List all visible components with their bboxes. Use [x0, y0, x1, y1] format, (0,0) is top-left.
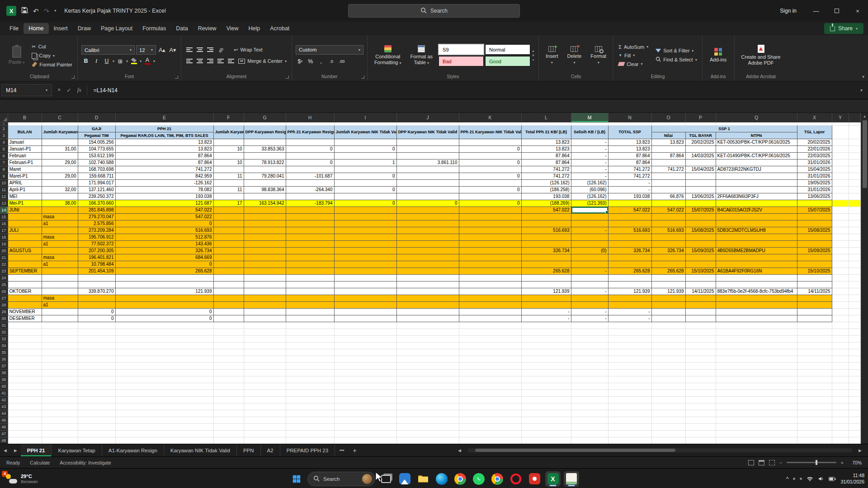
- cell-O28[interactable]: [651, 301, 685, 308]
- cell-M13[interactable]: (121.393): [571, 200, 608, 206]
- cell-J18[interactable]: [396, 234, 459, 240]
- cell-N10[interactable]: -: [608, 179, 651, 186]
- cell[interactable]: [797, 349, 832, 356]
- cell-B20[interactable]: AGUSTUS: [8, 247, 42, 254]
- row-header-15[interactable]: 15: [0, 213, 8, 220]
- cell[interactable]: [797, 403, 832, 410]
- cell-L28[interactable]: [521, 301, 571, 308]
- alignment-dialog-launcher-icon[interactable]: [286, 75, 289, 79]
- cell[interactable]: [78, 349, 115, 356]
- cell-E5[interactable]: 13.823: [115, 145, 213, 152]
- cell[interactable]: [78, 335, 115, 342]
- cell[interactable]: [849, 369, 861, 376]
- cell[interactable]: [286, 417, 334, 423]
- cell-C16[interactable]: a1: [42, 220, 78, 227]
- row-header-46[interactable]: 46: [0, 423, 8, 430]
- cell-I20[interactable]: [334, 247, 396, 254]
- cell-X11[interactable]: 31/01/2026: [797, 186, 832, 193]
- cell[interactable]: [286, 349, 334, 356]
- cell-D4[interactable]: 154.005.256: [78, 139, 115, 145]
- cell-B21[interactable]: [8, 254, 42, 261]
- cell-H9[interactable]: -101.687: [286, 173, 334, 179]
- cell[interactable]: [115, 335, 213, 342]
- cell-I5[interactable]: 0: [334, 145, 396, 152]
- cell-Q19[interactable]: [716, 240, 797, 247]
- cell-C18[interactable]: masa: [42, 234, 78, 240]
- cell-Q26[interactable]: 883e7f5b-0e2f-4568-8cfc-753bd94fb4: [716, 288, 797, 295]
- cell[interactable]: [849, 376, 861, 383]
- cell-X29[interactable]: [797, 308, 832, 315]
- cell-Q22[interactable]: [716, 261, 797, 267]
- cell[interactable]: [571, 403, 608, 410]
- cell-N26[interactable]: 121.939: [608, 288, 651, 295]
- cell-X12[interactable]: 13/06/2025: [797, 193, 832, 200]
- italic-button[interactable]: I: [92, 56, 101, 66]
- cell[interactable]: [115, 328, 213, 335]
- cell-K27[interactable]: [459, 295, 521, 301]
- cell[interactable]: [396, 437, 459, 444]
- cell[interactable]: [832, 349, 849, 356]
- cell-J30[interactable]: [396, 315, 459, 322]
- cell-N29[interactable]: -: [608, 308, 651, 315]
- cell-H11[interactable]: -264.340: [286, 186, 334, 193]
- cell[interactable]: [459, 389, 521, 396]
- cell[interactable]: [244, 403, 286, 410]
- cell-P9[interactable]: [685, 173, 716, 179]
- find-select-button[interactable]: Find & Select ▾: [654, 56, 698, 64]
- menu-tab-page-layout[interactable]: Page Layout: [96, 23, 137, 34]
- cell[interactable]: [797, 437, 832, 444]
- cell[interactable]: [213, 322, 244, 328]
- cell[interactable]: [396, 349, 459, 356]
- cell[interactable]: [832, 417, 849, 423]
- cell-G15[interactable]: [244, 213, 286, 220]
- cell[interactable]: [78, 322, 115, 328]
- cell[interactable]: [459, 437, 521, 444]
- cell-X9[interactable]: 31/01/2026: [797, 173, 832, 179]
- cell-D20[interactable]: 207.200.305: [78, 247, 115, 254]
- column-header-K[interactable]: K: [459, 113, 521, 122]
- cell[interactable]: [213, 437, 244, 444]
- cell[interactable]: [213, 417, 244, 423]
- cell-J9[interactable]: [396, 173, 459, 179]
- cell[interactable]: [286, 383, 334, 389]
- column-header-D[interactable]: D: [78, 113, 115, 122]
- cell[interactable]: [78, 342, 115, 349]
- cell-G26[interactable]: [244, 288, 286, 295]
- column-header-J[interactable]: J: [396, 113, 459, 122]
- table-header-cell[interactable]: DPP Karyawan NIK Tidak Valid: [396, 125, 459, 139]
- cell[interactable]: [42, 410, 78, 417]
- cell-E14[interactable]: 547.022: [115, 206, 213, 213]
- table-header-cell[interactable]: Jumlah Karyawan NIK Tidak Valid: [334, 125, 396, 139]
- cell[interactable]: [849, 389, 861, 396]
- excel-taskbar-button[interactable]: X: [545, 471, 561, 487]
- cell[interactable]: [459, 328, 521, 335]
- cell[interactable]: [459, 403, 521, 410]
- cell[interactable]: [213, 389, 244, 396]
- cell[interactable]: [797, 389, 832, 396]
- cell[interactable]: [651, 335, 685, 342]
- cell-style-normal[interactable]: Normal: [485, 44, 530, 55]
- cell[interactable]: [849, 145, 861, 152]
- page-break-view-button[interactable]: [769, 460, 775, 465]
- cell[interactable]: [797, 369, 832, 376]
- cell-O6[interactable]: 87.864: [651, 152, 685, 159]
- cell-P30[interactable]: [685, 315, 716, 322]
- percent-style-button[interactable]: %: [306, 57, 315, 66]
- cell[interactable]: [115, 423, 213, 430]
- cell-K28[interactable]: [459, 301, 521, 308]
- cell-F20[interactable]: [213, 247, 244, 254]
- cell[interactable]: [42, 122, 78, 125]
- cell-H13[interactable]: -183.794: [286, 200, 334, 206]
- cell-L24[interactable]: [521, 274, 571, 281]
- table-header-cell[interactable]: GAJI: [78, 125, 115, 132]
- cell[interactable]: [849, 159, 861, 166]
- cell[interactable]: [716, 356, 797, 362]
- cell[interactable]: [716, 437, 797, 444]
- cell-X13[interactable]: [797, 200, 832, 206]
- cell-M27[interactable]: [571, 295, 608, 301]
- cell[interactable]: [78, 383, 115, 389]
- cell-L21[interactable]: [521, 254, 571, 261]
- cell-G16[interactable]: [244, 220, 286, 227]
- row-header-19[interactable]: 19: [0, 240, 8, 247]
- cell[interactable]: [286, 369, 334, 376]
